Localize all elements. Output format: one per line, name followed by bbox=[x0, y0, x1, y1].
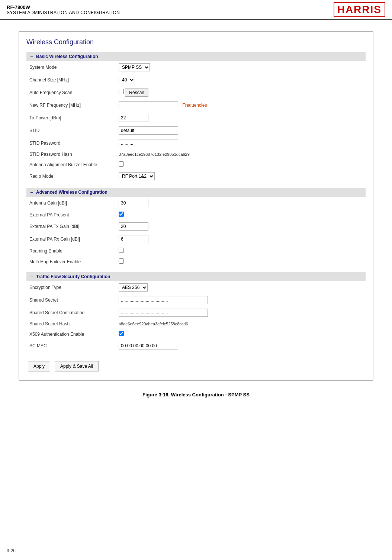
field-value bbox=[116, 112, 366, 124]
field-label: X509 Authentication Enable bbox=[26, 329, 116, 339]
stid-password-input[interactable] bbox=[119, 139, 178, 147]
encryption-type-select[interactable]: AES 256 bbox=[119, 283, 148, 292]
table-row: Tx Power [dBm] bbox=[26, 112, 366, 124]
stid-password-hash: 37a8eec1ce19687d132fe29051dca629 bbox=[119, 152, 190, 157]
field-label: Antenna Gain [dBi] bbox=[26, 197, 116, 209]
table-row: Shared Secret Confirmation bbox=[26, 306, 366, 319]
field-value bbox=[116, 124, 366, 137]
field-label: System Mode bbox=[26, 61, 116, 74]
roaming-enable-checkbox[interactable] bbox=[119, 248, 124, 253]
antenna-alignment-checkbox[interactable] bbox=[119, 161, 124, 167]
frequencies-link[interactable]: Frequencies bbox=[182, 103, 207, 108]
rescan-button[interactable]: Rescan bbox=[125, 88, 148, 97]
table-row: External PA Present bbox=[26, 209, 366, 220]
figure-caption: Figure 3-16. Wireless Configuration - SP… bbox=[19, 381, 373, 401]
table-row: Antenna Alignment Buzzer Enable bbox=[26, 159, 366, 170]
page-body: Wireless Configuration − Basic Wireless … bbox=[0, 20, 392, 412]
field-label: External PA Tx Gain [dBi] bbox=[26, 220, 116, 233]
card-main-title: Wireless Configuration bbox=[26, 38, 366, 46]
external-pa-rx-gain-input[interactable] bbox=[119, 235, 148, 243]
field-value bbox=[116, 245, 366, 256]
field-value bbox=[116, 339, 366, 352]
antenna-gain-input[interactable] bbox=[119, 199, 148, 207]
shared-secret-input[interactable] bbox=[119, 296, 208, 304]
radio-mode-select[interactable]: RF Port 1&2 bbox=[119, 172, 155, 180]
table-row: SC MAC bbox=[26, 339, 366, 352]
field-value: 37a8eec1ce19687d132fe29051dca629 bbox=[116, 149, 366, 159]
field-value: a8ae6e6ee929abea3afcfc5258c8ccd6 bbox=[116, 319, 366, 329]
table-row: Antenna Gain [dBi] bbox=[26, 197, 366, 209]
field-label: Shared Secret bbox=[26, 294, 116, 306]
field-value: SPMP SS bbox=[116, 61, 366, 74]
table-row: Multi-Hop Failover Enable bbox=[26, 256, 366, 267]
advanced-config-table: Antenna Gain [dBi] External PA Present E… bbox=[26, 197, 366, 267]
external-pa-tx-gain-input[interactable] bbox=[119, 222, 148, 231]
apply-save-all-button[interactable]: Apply & Save All bbox=[55, 361, 99, 371]
section-basic: − Basic Wireless Configuration System Mo… bbox=[26, 52, 366, 183]
system-mode-select[interactable]: SPMP SS bbox=[119, 63, 150, 71]
field-value bbox=[116, 256, 366, 267]
sc-mac-input[interactable] bbox=[119, 342, 178, 350]
collapse-basic-icon[interactable]: − bbox=[29, 54, 34, 59]
section-advanced-header: − Advanced Wireless Configuration bbox=[26, 188, 366, 197]
field-label: STID bbox=[26, 124, 116, 137]
section-tfs-header: − Traffic Flow Security Configuration bbox=[26, 272, 366, 281]
field-label: Multi-Hop Failover Enable bbox=[26, 256, 116, 267]
field-value: 40 bbox=[116, 74, 366, 86]
x509-auth-checkbox[interactable] bbox=[119, 331, 124, 336]
section-tfs: − Traffic Flow Security Configuration En… bbox=[26, 272, 366, 352]
table-row: New RF Frequency [MHz] Frequencies bbox=[26, 99, 366, 112]
field-value bbox=[116, 220, 366, 233]
table-row: Channel Size [MHz] 40 bbox=[26, 74, 366, 86]
rf-frequency-input[interactable] bbox=[119, 101, 178, 109]
apply-button[interactable]: Apply bbox=[28, 361, 50, 371]
section-tfs-label: Traffic Flow Security Configuration bbox=[36, 274, 110, 279]
field-value: Frequencies bbox=[116, 99, 366, 112]
page-header: RF-7800W SYSTEM ADMINISTRATION AND CONFI… bbox=[0, 0, 392, 20]
field-label: Shared Secret Hash bbox=[26, 319, 116, 329]
table-row: Radio Mode RF Port 1&2 bbox=[26, 170, 366, 183]
field-label: Channel Size [MHz] bbox=[26, 74, 116, 86]
field-label: External PA Present bbox=[26, 209, 116, 220]
table-row: Encryption Type AES 256 bbox=[26, 281, 366, 294]
auto-freq-scan-checkbox[interactable] bbox=[119, 89, 124, 94]
field-value: AES 256 bbox=[116, 281, 366, 294]
channel-size-select[interactable]: 40 bbox=[119, 76, 135, 84]
field-value bbox=[116, 306, 366, 319]
table-row: STID Password Hash 37a8eec1ce19687d132fe… bbox=[26, 149, 366, 159]
header-title-sub: SYSTEM ADMINISTRATION AND CONFIGURATION bbox=[7, 10, 120, 15]
section-advanced-label: Advanced Wireless Configuration bbox=[36, 190, 107, 195]
field-value bbox=[116, 209, 366, 220]
harris-logo: HARRIS bbox=[334, 2, 385, 17]
tx-power-input[interactable] bbox=[119, 114, 148, 122]
field-label: STID Password Hash bbox=[26, 149, 116, 159]
table-row: External PA Tx Gain [dBi] bbox=[26, 220, 366, 233]
table-row: Shared Secret Hash a8ae6e6ee929abea3afcf… bbox=[26, 319, 366, 329]
field-label: Encryption Type bbox=[26, 281, 116, 294]
field-label: SC MAC bbox=[26, 339, 116, 352]
table-row: Roaming Enable bbox=[26, 245, 366, 256]
table-row: Shared Secret bbox=[26, 294, 366, 306]
collapse-tfs-icon[interactable]: − bbox=[29, 274, 34, 279]
table-row: Auto Frequency Scan Rescan bbox=[26, 86, 366, 99]
table-row: STID Password bbox=[26, 137, 366, 149]
page-number: 3-26 bbox=[7, 548, 16, 553]
shared-secret-hash: a8ae6e6ee929abea3afcfc5258c8ccd6 bbox=[119, 322, 188, 326]
table-row: External PA Rx Gain [dBi] bbox=[26, 233, 366, 245]
field-label: External PA Rx Gain [dBi] bbox=[26, 233, 116, 245]
multihop-failover-checkbox[interactable] bbox=[119, 258, 124, 264]
table-row: System Mode SPMP SS bbox=[26, 61, 366, 74]
basic-config-table: System Mode SPMP SS Channel Size [MHz] 4… bbox=[26, 61, 366, 183]
collapse-advanced-icon[interactable]: − bbox=[29, 190, 34, 194]
field-value: RF Port 1&2 bbox=[116, 170, 366, 183]
external-pa-present-checkbox[interactable] bbox=[119, 212, 124, 217]
table-row: X509 Authentication Enable bbox=[26, 329, 366, 339]
config-card: Wireless Configuration − Basic Wireless … bbox=[19, 31, 373, 381]
table-row: STID bbox=[26, 124, 366, 137]
section-basic-label: Basic Wireless Configuration bbox=[36, 54, 98, 59]
field-value bbox=[116, 329, 366, 339]
field-label: Radio Mode bbox=[26, 170, 116, 183]
shared-secret-confirm-input[interactable] bbox=[119, 309, 208, 317]
stid-input[interactable] bbox=[119, 126, 178, 135]
header-title-block: RF-7800W SYSTEM ADMINISTRATION AND CONFI… bbox=[7, 4, 120, 15]
